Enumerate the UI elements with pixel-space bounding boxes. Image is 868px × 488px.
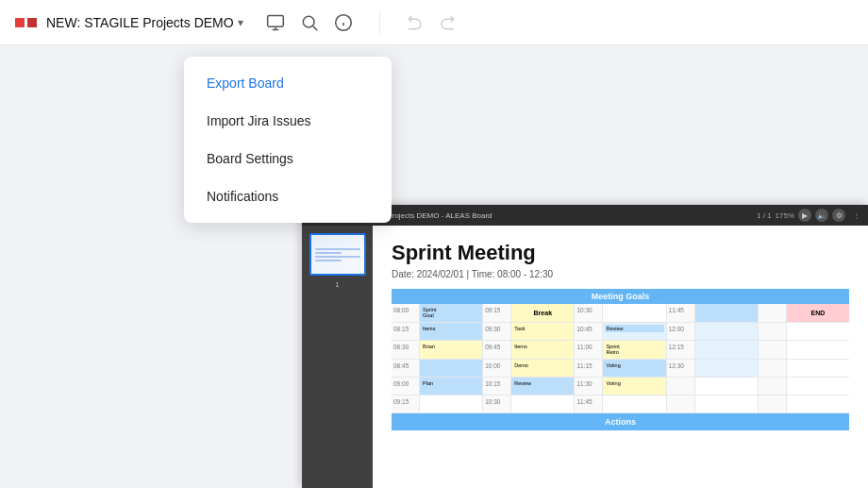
thumb-line [315, 248, 360, 250]
time-1045: 10:45 [575, 323, 603, 340]
thumb-line [315, 252, 342, 254]
schedule-row-2: 08:15 Items 09:30 Task 10:45 Review 12:0… [392, 323, 849, 341]
end-col: END [787, 304, 849, 322]
time-1030b: 10:30 [483, 395, 511, 412]
time-1145b: 11:45 [575, 395, 603, 412]
time-0900: 09:00 [392, 378, 420, 395]
col-0830-1: Brian [420, 341, 483, 359]
preview-body: 1 Sprint Meeting Date: 2024/02/01 | Time… [302, 226, 868, 488]
col-end-3 [787, 341, 849, 359]
time-1130: 11:30 [575, 378, 603, 395]
time-0800: 08:00 [392, 304, 420, 322]
time-1230: 12:30 [667, 360, 695, 377]
time-1030: 10:30 [575, 304, 603, 322]
schedule-row-3: 08:30 Brian 09:45 Items 11:00 SprintRetr… [392, 341, 849, 360]
col-1130-1: Voting [603, 378, 666, 395]
app-title: NEW: STAGILE Projects DEMO [46, 15, 234, 30]
col-1115-1: Voting [603, 360, 666, 377]
svg-line-4 [312, 25, 317, 30]
time-1115: 11:15 [575, 360, 603, 377]
title-chevron-icon[interactable]: ▾ [238, 16, 243, 29]
preview-zoom: 175% [776, 211, 794, 220]
sprint-title: Sprint Meeting [392, 241, 849, 265]
preview-panel: NEW: STAGILE Projects DEMO - ALEAS Board… [302, 205, 868, 488]
time-1200: 12:00 [667, 323, 695, 340]
preview-slide-main: Sprint Meeting Date: 2024/02/01 | Time: … [373, 226, 868, 488]
col-1230-1 [695, 360, 759, 377]
time-0915: 09:15 [483, 304, 511, 322]
search-icon[interactable] [300, 13, 319, 32]
col-1000-1: Demo [511, 360, 575, 377]
sprint-subtitle: Date: 2024/02/01 | Time: 08:00 - 12:30 [392, 269, 849, 279]
time-0945: 09:45 [483, 341, 511, 359]
col-1030-1 [603, 304, 666, 322]
menu-item-notifications[interactable]: Notifications [184, 177, 392, 215]
topbar-divider [379, 11, 380, 34]
col-1200-1 [695, 323, 759, 340]
time-blank4 [667, 378, 695, 395]
time-0845: 08:45 [392, 360, 420, 377]
actions-bar: Actions [392, 413, 849, 430]
break-col-1: Break [511, 304, 575, 322]
info-icon[interactable] [334, 13, 353, 32]
col-end-5b [787, 378, 849, 395]
col-end-2 [787, 323, 849, 340]
thumb-line [315, 260, 342, 261]
time-blank6 [667, 395, 695, 412]
time-0815: 08:15 [392, 323, 420, 340]
col-1215-1 [695, 341, 759, 359]
menu-item-export[interactable]: Export Board [184, 64, 392, 102]
preview-sidebar: 1 [302, 226, 373, 488]
col-0945-1: Items [511, 341, 575, 359]
col-0930-1: Task [511, 323, 575, 340]
time-1145: 11:45 [667, 304, 695, 322]
col-end-5 [695, 378, 759, 395]
redo-icon[interactable] [439, 14, 456, 31]
thumb-line [315, 256, 360, 258]
schedule-row-6: 09:15 10:30 11:45 [392, 395, 849, 413]
time-1100: 11:00 [575, 341, 603, 359]
logo-sq-2 [27, 18, 37, 27]
preview-settings-btn[interactable]: ⚙ [832, 209, 845, 222]
menu-item-board-settings[interactable]: Board Settings [184, 140, 392, 177]
col-1145-1 [695, 304, 759, 322]
time-0830: 08:30 [392, 341, 420, 359]
col-0900-1: Plan [420, 378, 483, 395]
menu-item-import[interactable]: Import Jira Issues [184, 102, 392, 140]
preview-more[interactable]: ⋮ [853, 211, 860, 220]
dropdown-menu: Export Board Import Jira Issues Board Se… [184, 57, 392, 223]
preview-sound-btn[interactable]: 🔈 [815, 209, 828, 222]
time-blank3 [759, 360, 787, 377]
preview-title: NEW: STAGILE Projects DEMO - ALEAS Board [332, 211, 751, 220]
col-0915b-1 [420, 395, 483, 412]
preview-play-btn[interactable]: ▶ [798, 209, 811, 222]
svg-rect-0 [267, 15, 283, 26]
topbar-icons [266, 11, 456, 34]
time-end-label [759, 304, 787, 322]
col-end-4 [787, 360, 849, 377]
topbar: NEW: STAGILE Projects DEMO ▾ [0, 0, 868, 45]
slide-thumbnail-1[interactable] [309, 233, 366, 276]
logo-sq-1 [15, 18, 25, 27]
col-1100-1: SprintRetro [603, 341, 666, 359]
time-0930: 09:30 [483, 323, 511, 340]
time-1215: 12:15 [667, 341, 695, 359]
schedule-row-4: 08:45 10:00 Demo 11:15 Voting 12:30 [392, 360, 849, 378]
col-end-6 [695, 395, 759, 412]
undo-icon[interactable] [407, 14, 424, 31]
time-1015: 10:15 [483, 378, 511, 395]
time-blank2 [759, 341, 787, 359]
monitor-icon[interactable] [266, 13, 285, 32]
schedule-row-1: 08:00 SprintGoal 09:15 Break 10:30 11:45… [392, 304, 849, 323]
time-0915b: 09:15 [392, 395, 420, 412]
col-0815-1: Items [420, 323, 483, 340]
time-1000: 10:00 [483, 360, 511, 377]
preview-controls: 1 / 1 175% ▶ 🔈 ⚙ ⋮ [757, 209, 860, 222]
col-1030b-1 [511, 395, 575, 412]
time-blank7 [759, 395, 787, 412]
col-1045-1: Review [603, 323, 666, 340]
slide-number: 1 [336, 281, 340, 288]
preview-page-info: 1 / 1 [757, 211, 772, 220]
col-1015-1: Review [511, 378, 575, 395]
time-blank5 [759, 378, 787, 395]
